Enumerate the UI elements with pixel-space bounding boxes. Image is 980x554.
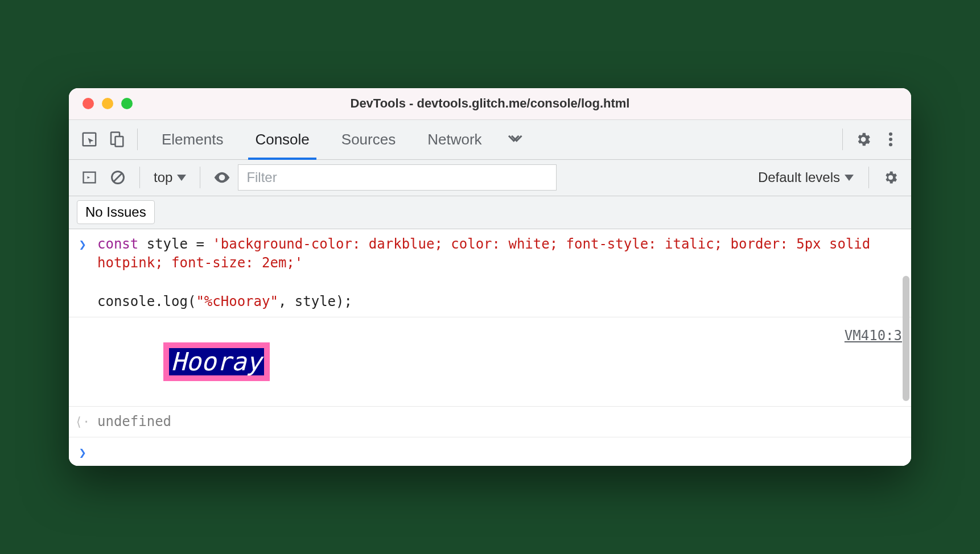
chevron-down-icon <box>177 175 186 181</box>
source-link[interactable]: VM410:3 <box>845 323 902 344</box>
tab-console[interactable]: Console <box>239 119 325 159</box>
issues-badge[interactable]: No Issues <box>77 200 155 224</box>
code-content: const style = 'background-color: darkblu… <box>97 235 902 311</box>
minimize-window-button[interactable] <box>102 98 113 109</box>
console-log-row: Hooray VM410:3 <box>69 317 911 407</box>
more-tabs-icon[interactable] <box>500 127 529 152</box>
prompt-chevron-icon: ❯ <box>79 237 86 251</box>
console-input-row[interactable]: ❯ const style = 'background-color: darkb… <box>69 229 911 317</box>
titlebar: DevTools - devtools.glitch.me/console/lo… <box>69 88 911 120</box>
console-prompt-row[interactable]: ❯ <box>69 437 911 466</box>
scrollbar-thumb[interactable] <box>903 276 909 401</box>
maximize-window-button[interactable] <box>121 98 133 109</box>
divider <box>137 129 138 150</box>
divider <box>842 129 843 150</box>
device-toggle-icon[interactable] <box>104 127 129 152</box>
divider <box>200 167 200 188</box>
inspect-element-icon[interactable] <box>77 127 102 152</box>
svg-point-4 <box>889 138 892 141</box>
window-title: DevTools - devtools.glitch.me/console/lo… <box>69 96 911 111</box>
console-sidebar-toggle-icon[interactable] <box>77 165 102 190</box>
filter-input[interactable] <box>238 164 557 191</box>
settings-gear-icon[interactable] <box>851 127 876 152</box>
tab-elements[interactable]: Elements <box>146 119 239 159</box>
chevron-down-icon <box>845 175 854 181</box>
main-toolbar: Elements Console Sources Network <box>69 120 911 160</box>
context-label: top <box>154 169 172 185</box>
prompt-chevron-icon: ❯ <box>79 445 86 460</box>
divider <box>139 167 140 188</box>
console-settings-gear-icon[interactable] <box>878 165 903 190</box>
divider <box>868 167 869 188</box>
svg-point-5 <box>889 143 892 147</box>
log-levels-selector[interactable]: Default levels <box>758 169 859 185</box>
live-expression-eye-icon[interactable] <box>209 165 234 190</box>
panel-tabs: Elements Console Sources Network <box>146 119 498 159</box>
return-chevron-icon: ⟨· <box>75 415 90 429</box>
issues-bar: No Issues <box>69 196 911 229</box>
traffic-lights <box>83 98 133 109</box>
clear-console-icon[interactable] <box>105 165 130 190</box>
tab-network[interactable]: Network <box>411 119 497 159</box>
return-value: undefined <box>97 414 171 429</box>
svg-point-3 <box>889 133 892 136</box>
svg-rect-2 <box>116 137 123 147</box>
console-toolbar: top Default levels <box>69 160 911 196</box>
tab-sources[interactable]: Sources <box>326 119 411 159</box>
styled-output: Hooray <box>163 342 270 381</box>
console-output: ❯ const style = 'background-color: darkb… <box>69 229 911 466</box>
more-options-icon[interactable] <box>878 127 903 152</box>
close-window-button[interactable] <box>83 98 94 109</box>
devtools-window: DevTools - devtools.glitch.me/console/lo… <box>69 88 911 466</box>
levels-label: Default levels <box>758 169 840 185</box>
console-return-row: ⟨· undefined <box>69 407 911 438</box>
execution-context-selector[interactable]: top <box>149 167 191 188</box>
